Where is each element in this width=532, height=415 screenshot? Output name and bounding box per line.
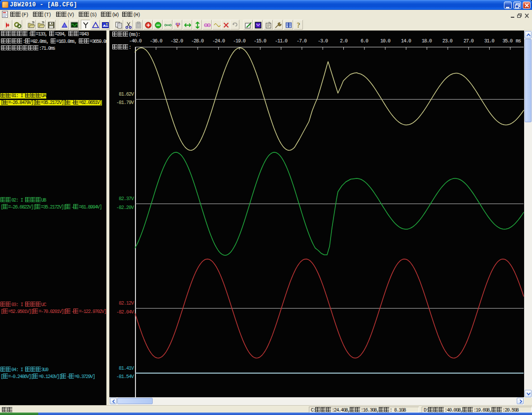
svg-text:?: ? (297, 22, 300, 29)
